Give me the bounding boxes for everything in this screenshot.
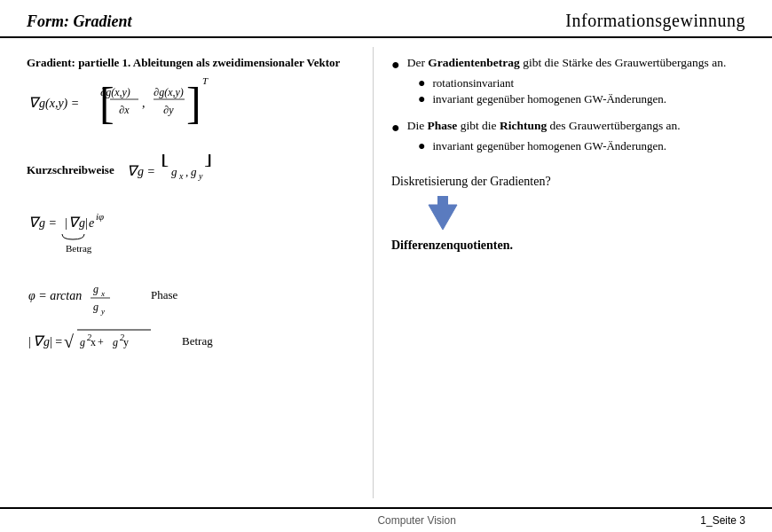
kurzschreibweise-label: Kurzschreibweise: [27, 163, 114, 177]
svg-text:g: g: [113, 336, 118, 348]
bullet2-text-middle: gibt die: [457, 119, 500, 132]
bullet2-text-before: Die: [407, 119, 428, 132]
header-title-left: Form: Gradient: [27, 12, 132, 31]
svg-text:g: g: [93, 301, 98, 313]
svg-text:g: g: [191, 165, 197, 178]
bullet1-dot: ●: [391, 56, 400, 73]
arrow-down-svg: [427, 196, 459, 231]
bullet1-text-after: gibt die Stärke des Grauwertübergangs an…: [520, 56, 727, 69]
svg-text:y: y: [100, 307, 105, 316]
svg-text:iφ: iφ: [96, 211, 104, 222]
betrag-row: | ∇ g | = √ g 2 x + g 2: [27, 323, 355, 360]
main-content: Gradient: partielle 1. Ableitungen als z…: [0, 38, 772, 507]
svg-text:x: x: [178, 171, 184, 181]
footer-right: 1_Seite 3: [700, 514, 745, 527]
phase-label: Phase: [151, 288, 177, 302]
svg-text:,: ,: [142, 97, 146, 110]
bullet1-bold: Gradientenbetrag: [428, 56, 520, 69]
svg-text:g: g: [79, 216, 85, 230]
betrag-section: ∇ g = | ∇ g | e iφ Betrag: [27, 202, 355, 360]
svg-text:]: ]: [186, 78, 201, 128]
diskretisierung-section: Diskretisierung der Gradienten?: [391, 175, 745, 189]
bullet1-sub: ● rotationsinvariant ● invariant gegenüb…: [391, 76, 745, 106]
differenzen-text: Differenzenquotienten.: [391, 239, 745, 253]
bullet-gradientenbetrag: ● Der Gradientenbetrag gibt die Stärke d…: [391, 56, 745, 106]
svg-text:g: g: [80, 336, 85, 348]
gradient-title: Gradient: partielle 1. Ableitungen als z…: [27, 56, 355, 70]
right-column: ● Der Gradientenbetrag gibt die Stärke d…: [373, 47, 772, 498]
kurzschreibweise-formula-svg: ∇ g = [ g x , g y ]: [125, 154, 223, 186]
svg-text:g: g: [43, 335, 50, 348]
gradient-definition: Gradient: partielle 1. Ableitungen als z…: [27, 56, 355, 138]
svg-text:x: x: [100, 289, 105, 298]
bullet1-sub1: ● rotationsinvariant: [418, 76, 745, 90]
svg-rect-50: [437, 196, 448, 207]
svg-text:x: x: [91, 336, 96, 348]
bullet2-bold1: Phase: [428, 119, 458, 132]
bullet1-sub1-text: rotationsinvariant: [432, 76, 514, 90]
svg-text:| =: | =: [50, 335, 62, 348]
bullet1-sub2-text: invariant gegenüber homogenen GW-Änderun…: [432, 92, 666, 106]
bullet-phase: ● Die Phase gibt die Richtung des Grauwe…: [391, 119, 745, 153]
svg-text:g =: g =: [39, 216, 57, 230]
svg-text:√: √: [64, 332, 74, 351]
bullet2-sub1-text: invariant gegenüber homogenen GW-Änderun…: [432, 139, 666, 153]
header: Form: Gradient Informationsgewinnung: [0, 0, 772, 38]
arrow-down: [427, 196, 745, 231]
svg-text:y: y: [198, 171, 203, 181]
svg-text:g =: g =: [138, 165, 155, 178]
betrag-formula-svg: ∇ g = | ∇ g | e iφ Betrag: [27, 202, 169, 264]
bullet2-dot: ●: [391, 119, 400, 136]
svg-text:|: |: [28, 335, 31, 348]
footer: Computer Vision 1_Seite 3: [0, 507, 772, 532]
bullet2-text-after: des Grauwertübergangs an.: [547, 119, 680, 132]
svg-text:φ = arctan: φ = arctan: [28, 289, 82, 302]
betrag-label2: Betrag: [182, 334, 213, 348]
phase-row: φ = arctan g x g y Phase: [27, 273, 355, 317]
svg-text:∂g(x,y): ∂g(x,y): [100, 86, 130, 98]
svg-text:e: e: [89, 216, 94, 230]
svg-marker-49: [429, 205, 457, 230]
svg-text:|: |: [85, 216, 88, 230]
svg-text:,: ,: [185, 165, 188, 178]
bullet1-sub1-dot: ●: [418, 76, 425, 90]
gradient-formula-svg: ∇ g(x,y) = [ ∂g(x,y) ∂x , ∂g(x,y) ∂y: [27, 74, 257, 131]
svg-text:+: +: [98, 336, 104, 348]
bullet2-sub: ● invariant gegenüber homogenen GW-Änder…: [391, 139, 745, 153]
svg-text:|: |: [65, 216, 67, 230]
footer-center: Computer Vision: [377, 514, 456, 527]
svg-text:y: y: [123, 336, 129, 348]
bullet2-sub1: ● invariant gegenüber homogenen GW-Änder…: [418, 139, 745, 153]
page: Form: Gradient Informationsgewinnung Gra…: [0, 0, 772, 532]
svg-text:∂x: ∂x: [119, 104, 130, 116]
svg-text:g: g: [93, 283, 98, 295]
betrag-formula2-svg: | ∇ g | = √ g 2 x + g 2: [27, 323, 164, 360]
svg-text:Betrag: Betrag: [66, 243, 92, 254]
kurzschreibweise-section: Kurzschreibweise ∇ g = [ g x , g y ]: [27, 154, 355, 186]
bullet1-text: Der Gradientenbetrag gibt die Stärke des…: [407, 56, 727, 70]
gradient-formula: ∇ g(x,y) = [ ∂g(x,y) ∂x , ∂g(x,y) ∂y: [27, 74, 355, 135]
svg-text:∂g(x,y): ∂g(x,y): [154, 86, 184, 98]
bullet1-text-before: Der: [407, 56, 429, 69]
bullet2-sub1-dot: ●: [418, 139, 425, 153]
svg-text:∂y: ∂y: [163, 104, 174, 116]
svg-text:g(x,y) =: g(x,y) =: [39, 97, 79, 111]
svg-text:]: ]: [204, 154, 212, 168]
bullet2-bold2: Richtung: [500, 119, 547, 132]
bullet1-sub2: ● invariant gegenüber homogenen GW-Änder…: [418, 92, 745, 106]
phase-formula-svg: φ = arctan g x g y: [27, 273, 133, 317]
left-column: Gradient: partielle 1. Ableitungen als z…: [0, 47, 373, 498]
svg-text:g: g: [171, 165, 177, 178]
header-title-right: Informationsgewinnung: [565, 11, 745, 31]
bullet2-text: Die Phase gibt die Richtung des Grauwert…: [407, 119, 681, 133]
svg-text:[: [: [161, 154, 169, 168]
svg-text:T: T: [202, 75, 209, 86]
diskretisierung-text: Diskretisierung der Gradienten?: [391, 175, 551, 188]
bullet2-main: ● Die Phase gibt die Richtung des Grauwe…: [391, 119, 745, 136]
bullet1-main: ● Der Gradientenbetrag gibt die Stärke d…: [391, 56, 745, 73]
bullet1-sub2-dot: ●: [418, 92, 425, 106]
